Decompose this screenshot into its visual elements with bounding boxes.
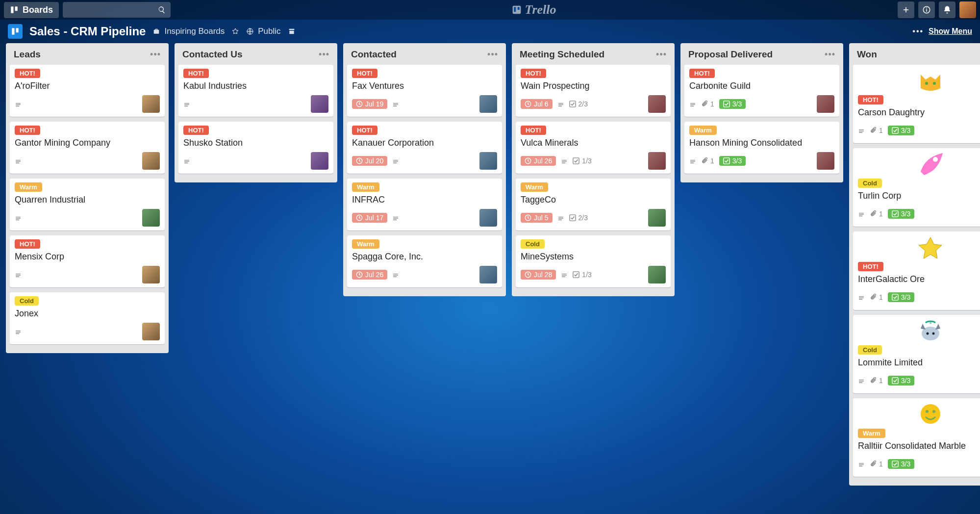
card-label: HOT! — [15, 126, 40, 135]
card-member-avatar[interactable] — [479, 209, 497, 227]
card[interactable]: HOT!Carson Daughtry13/3 — [853, 65, 980, 143]
list-menu-button[interactable]: ••• — [319, 50, 329, 60]
description-badge — [392, 214, 399, 221]
create-button[interactable] — [898, 1, 914, 18]
attachment-badge: 1 — [701, 157, 714, 165]
board: Leads•••HOT!A'roFilterHOT!Gantor Mining … — [0, 43, 980, 514]
card[interactable]: ColdTurlin Corp13/3 — [853, 148, 980, 227]
card-member-avatar[interactable] — [142, 95, 160, 113]
card[interactable]: $ColdLommite Limited13/3 — [853, 315, 980, 393]
card-member-avatar[interactable] — [311, 95, 328, 113]
description-badge — [392, 271, 399, 278]
card[interactable]: HOT!Gantor Mining Company — [10, 122, 165, 174]
svg-point-18 — [921, 404, 940, 424]
card-label: HOT! — [521, 126, 546, 135]
description-badge — [183, 157, 190, 164]
card[interactable]: HOT!Kanauer CorporationJul 20 — [347, 122, 502, 174]
card-member-avatar[interactable] — [142, 266, 160, 283]
card[interactable]: ColdMineSystemsJul 281/3 — [516, 235, 671, 287]
show-menu-link[interactable]: Show Menu — [929, 27, 972, 36]
card-title: Carbonite Guild — [689, 81, 834, 91]
board-title[interactable]: Sales - CRM Pipeline — [29, 25, 146, 38]
attachment-badge: 1 — [870, 127, 883, 134]
list-title[interactable]: Meeting Scheduled — [520, 49, 604, 60]
list-menu-button[interactable]: ••• — [487, 50, 498, 60]
svg-rect-0 — [11, 6, 13, 13]
due-badge: Jul 6 — [521, 99, 553, 109]
list-menu-button[interactable]: ••• — [150, 50, 161, 60]
user-avatar[interactable] — [959, 1, 976, 18]
card[interactable]: HOT!A'roFilter — [10, 65, 165, 117]
list-title[interactable]: Won — [857, 49, 877, 60]
card[interactable]: HOT!Kabul Industries — [178, 65, 333, 117]
due-badge: Jul 19 — [352, 99, 387, 109]
visibility-button[interactable]: Public — [246, 26, 280, 36]
boards-button[interactable]: Boards — [4, 2, 59, 18]
card[interactable]: WarmTaggeCoJul 52/3 — [516, 179, 671, 231]
card-member-avatar[interactable] — [479, 266, 497, 283]
card-sticker — [858, 235, 980, 259]
card-member-avatar[interactable] — [142, 152, 160, 170]
description-badge — [858, 294, 865, 301]
card-label: Warm — [689, 126, 717, 135]
trello-logo[interactable]: Trello — [512, 2, 556, 17]
card-title: Quarren Industrial — [15, 195, 160, 205]
card[interactable]: WarmSpagga Core, Inc.Jul 26 — [347, 235, 502, 287]
card-member-avatar[interactable] — [479, 152, 497, 170]
card-member-avatar[interactable] — [648, 152, 666, 170]
card-member-avatar[interactable] — [648, 209, 666, 227]
svg-rect-2 — [513, 6, 521, 14]
card-member-avatar[interactable] — [142, 323, 160, 340]
description-badge — [858, 127, 865, 134]
card[interactable]: HOT!Shusko Station — [178, 122, 333, 174]
card[interactable]: ColdJonex — [10, 292, 165, 344]
svg-rect-4 — [518, 7, 520, 10]
card-title: Shusko Station — [183, 138, 328, 148]
card[interactable]: HOT!Fax VenturesJul 19 — [347, 65, 502, 117]
search-input[interactable] — [63, 2, 171, 18]
card[interactable]: HOT!InterGalactic Ore13/3 — [853, 231, 980, 310]
card-label: HOT! — [352, 69, 377, 78]
svg-point-13 — [933, 157, 938, 162]
list: Contacted Us•••HOT!Kabul IndustriesHOT!S… — [175, 43, 337, 182]
card-member-avatar[interactable] — [648, 95, 666, 113]
card[interactable]: WarmRalltiir Consolidated Marble13/3 — [853, 398, 980, 477]
checklist-badge: 1/3 — [573, 157, 591, 165]
checklist-done-badge: 3/3 — [888, 376, 914, 386]
card-member-avatar[interactable] — [311, 152, 328, 170]
archive-button[interactable] — [288, 27, 296, 35]
attachment-badge: 1 — [870, 210, 883, 218]
plus-icon — [902, 5, 910, 14]
card-label: HOT! — [521, 69, 546, 78]
list-menu-button[interactable]: ••• — [825, 50, 835, 60]
list-title[interactable]: Leads — [14, 49, 41, 60]
description-badge — [557, 101, 564, 107]
list-title[interactable]: Proposal Delivered — [688, 49, 773, 60]
card-member-avatar[interactable] — [648, 266, 666, 283]
card-member-avatar[interactable] — [479, 95, 497, 113]
notifications-button[interactable] — [939, 1, 955, 18]
list: Leads•••HOT!A'roFilterHOT!Gantor Mining … — [6, 43, 169, 353]
card[interactable]: WarmINFRACJul 17 — [347, 179, 502, 231]
list-title[interactable]: Contacted Us — [182, 49, 242, 60]
board-icon[interactable] — [8, 24, 23, 39]
card[interactable]: HOT!Carbonite Guild13/3 — [684, 65, 839, 117]
topbar: Boards Trello — [0, 0, 980, 20]
card-label: HOT! — [858, 95, 883, 104]
card[interactable]: HOT!Wain ProspectingJul 62/3 — [516, 65, 671, 117]
card[interactable]: HOT!Mensix Corp — [10, 235, 165, 287]
description-badge — [689, 157, 696, 164]
card-member-avatar[interactable] — [142, 209, 160, 227]
list-title[interactable]: Contacted — [351, 49, 397, 60]
list-menu-button[interactable]: ••• — [656, 50, 667, 60]
star-button[interactable] — [231, 27, 239, 35]
card-member-avatar[interactable] — [817, 152, 834, 170]
card-member-avatar[interactable] — [817, 95, 834, 113]
card[interactable]: HOT!Vulca MineralsJul 261/3 — [516, 122, 671, 174]
description-badge — [561, 157, 568, 164]
card[interactable]: WarmQuarren Industrial — [10, 179, 165, 231]
card[interactable]: WarmHanson Mining Consolidated13/3 — [684, 122, 839, 174]
trello-logo-icon — [512, 5, 522, 15]
inspiring-boards-link[interactable]: Inspiring Boards — [152, 26, 225, 36]
info-button[interactable] — [918, 1, 935, 18]
